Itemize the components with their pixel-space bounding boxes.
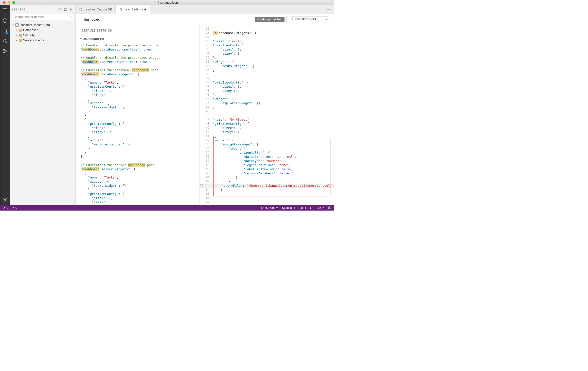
user-settings-pane[interactable]: 25 26·d.database.widgets": [27 28"name":… xyxy=(200,25,334,205)
svg-point-15 xyxy=(329,207,329,208)
code-line[interactable]: 43 "explorer-widget": {} xyxy=(200,101,334,105)
code-line[interactable]: 52"widget": { xyxy=(200,138,334,142)
code-line[interactable]: 26·d.database.widgets": [ xyxy=(200,31,334,35)
code-line[interactable]: 31 "sizey": 1 xyxy=(200,52,334,56)
code-line[interactable]: 48"gridItemConfig": { xyxy=(200,122,334,126)
default-settings-pane[interactable]: DEFAULT SETTINGS ▾ Dashboard (4) // Enab… xyxy=(75,25,200,205)
zoom-window-button[interactable] xyxy=(12,1,15,4)
settings-search-input[interactable] xyxy=(84,18,253,21)
code-line[interactable]: 36 xyxy=(200,72,334,76)
status-bar: 0 0 Ln 63, Col 74 Spaces: 4 UTF-8 LF JSO… xyxy=(0,205,334,210)
code-line[interactable]: 68 xyxy=(200,204,334,205)
code-line[interactable]: 25 xyxy=(200,27,334,31)
edit-pencil-icon[interactable]: ✎ xyxy=(81,72,83,76)
code-line[interactable]: 59 "labelFirstColumn": false, xyxy=(200,167,334,171)
scm-activity-icon[interactable] xyxy=(2,48,8,54)
code-line[interactable]: 30 "sizex": 1, xyxy=(200,47,334,52)
svg-point-8 xyxy=(4,199,6,201)
line-number: 45 xyxy=(200,109,213,113)
chevron-down-icon: ▾ xyxy=(325,18,327,21)
close-window-button[interactable] xyxy=(3,1,6,4)
explorer-activity-icon[interactable]: 1 xyxy=(2,28,8,34)
code-line[interactable]: 29"gridItemConfig": { xyxy=(200,43,334,47)
code-line[interactable]: 40 "sizey": 2 xyxy=(200,89,334,93)
code-line[interactable]: 60 "columnsAsLabels": false xyxy=(200,171,334,175)
sidebar-header: SERVERS xyxy=(10,5,75,14)
code-line[interactable]: 33"widget": { xyxy=(200,60,334,64)
code-line[interactable]: 45 xyxy=(200,109,334,113)
twistie-icon[interactable]: ▾ xyxy=(80,37,82,41)
code-line[interactable]: 53 "insights-widget": { xyxy=(200,142,334,146)
minimize-window-button[interactable] xyxy=(8,1,10,4)
status-warnings[interactable]: 0 xyxy=(12,206,17,209)
line-number: 58 xyxy=(200,163,213,167)
code-line[interactable]: 46 xyxy=(200,113,334,117)
code-line[interactable]: 42"widget": { xyxy=(200,97,334,101)
code-line[interactable]: 37 xyxy=(200,76,334,80)
code-line[interactable]: 56 "dataDirection": "vertical", xyxy=(200,155,334,159)
status-encoding[interactable]: UTF-8 xyxy=(298,206,307,209)
history-activity-icon[interactable] xyxy=(2,18,8,23)
tree-root[interactable]: ▾ localhost, master (sa) xyxy=(10,22,75,27)
twistie-icon[interactable]: ▸ xyxy=(15,29,18,31)
code-line[interactable]: 65} xyxy=(200,192,334,196)
code-line[interactable]: 28"name": "Tasks", xyxy=(200,39,334,43)
status-errors[interactable]: 0 xyxy=(3,206,8,209)
line-number: 27 xyxy=(200,35,213,39)
code-line[interactable]: 51}, xyxy=(200,134,334,138)
code-line[interactable]: 66 xyxy=(200,196,334,200)
tree-item-security[interactable]: ▸ Security xyxy=(10,32,75,38)
new-connection-icon[interactable] xyxy=(58,8,62,11)
line-number: 40 xyxy=(200,89,213,93)
code-line[interactable]: 61 } xyxy=(200,175,334,179)
servers-activity-icon[interactable] xyxy=(2,8,8,13)
code-line[interactable]: 49 "sizex": 2, xyxy=(200,126,334,130)
tab-tutorialdb[interactable]: localhost:TutorialDB xyxy=(75,5,116,14)
status-eol[interactable]: LF xyxy=(310,206,314,209)
code-line[interactable]: 41}, xyxy=(200,93,334,97)
code-line[interactable]: 47"name": "My-Widget", xyxy=(200,117,334,122)
line-number: 64 xyxy=(200,188,213,192)
tab-user-settings[interactable]: {} User Settings xyxy=(116,5,150,14)
code-line[interactable]: 64 } xyxy=(200,188,334,192)
settings-gear-icon[interactable] xyxy=(2,197,8,203)
code-line[interactable]: 62 }, xyxy=(200,179,334,184)
code-line[interactable]: 35} xyxy=(200,68,334,72)
tree-item-databases[interactable]: ▸ Databases xyxy=(10,27,75,32)
status-cursor[interactable]: Ln 63, Col 74 xyxy=(261,206,278,209)
status-language[interactable]: JSON xyxy=(317,206,325,209)
code-line[interactable]: 32}, xyxy=(200,56,334,60)
twistie-icon[interactable]: ▸ xyxy=(15,39,18,41)
clear-search-icon[interactable]: × xyxy=(70,15,72,19)
code-line[interactable]: 55 "horizontalBar": { xyxy=(200,151,334,155)
code-line[interactable]: 54 "type": { xyxy=(200,146,334,151)
sidebar-search-input[interactable] xyxy=(12,14,74,20)
code-line[interactable]: 50 "sizey": 1 xyxy=(200,130,334,134)
twistie-icon[interactable]: ▾ xyxy=(11,23,14,26)
tree-item-label: Server Objects xyxy=(23,38,44,42)
twistie-icon[interactable]: ▸ xyxy=(15,34,18,36)
dashboard-group[interactable]: ▾ Dashboard (4) xyxy=(80,35,198,43)
status-feedback-icon[interactable] xyxy=(328,206,331,209)
code-line[interactable]: 57 "dataType": "number", xyxy=(200,159,334,163)
code-line[interactable]: 39 "sizex": 1, xyxy=(200,84,334,89)
code-line[interactable]: 38"gridItemConfig": { xyxy=(200,80,334,84)
dirty-indicator xyxy=(144,9,146,10)
tab-overflow-button[interactable]: ••• xyxy=(324,5,334,14)
code-line[interactable]: 44} xyxy=(200,105,334,109)
code-line[interactable]: 27 xyxy=(200,35,334,39)
code-line[interactable]: 63 "queryFile": "/Users/erickang/Documen… xyxy=(200,184,334,188)
settings-scope-select[interactable]: USER SETTINGS ▾ xyxy=(290,17,329,22)
traffic-lights xyxy=(0,1,15,4)
collapse-icon[interactable] xyxy=(70,8,74,11)
line-number: 57 xyxy=(200,159,213,163)
code-line[interactable]: 58 "legendPosition": "none", xyxy=(200,163,334,167)
new-group-icon[interactable] xyxy=(64,8,68,11)
tabs: localhost:TutorialDB {} User Settings ••… xyxy=(75,5,334,14)
tree-item-server-objects[interactable]: ▸ Server Objects xyxy=(10,38,75,43)
code-line[interactable]: 34 "tasks-widget": {} xyxy=(200,64,334,68)
code-line[interactable]: 67 xyxy=(200,200,334,204)
dashboard-tab-icon xyxy=(79,8,82,11)
status-indent[interactable]: Spaces: 4 xyxy=(282,206,295,209)
search-activity-icon[interactable] xyxy=(2,38,8,44)
